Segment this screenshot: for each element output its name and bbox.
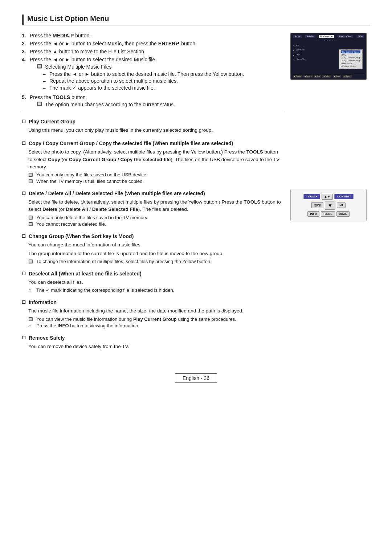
change-group-section: ☐ Change Group (When the Sort key is Moo… bbox=[22, 233, 283, 265]
checkbox-icon-5: ☐ bbox=[22, 271, 26, 276]
note-sym-2: 🔲 bbox=[28, 179, 34, 184]
remote-btn-down: ▼ bbox=[325, 201, 336, 210]
page-title: Music List Option Menu bbox=[22, 15, 370, 25]
remove-safely-section: ☐ Remove Safely You can remove the devic… bbox=[22, 335, 283, 350]
deselect-all-note-1: ⚠ The ✓ mark indicating the correspondin… bbox=[28, 287, 283, 293]
content-area: 1. Press the MEDIA.P button. 2. Press th… bbox=[22, 33, 370, 352]
sub-bullet-1: Press the ◄ or ► button to select the de… bbox=[43, 71, 244, 77]
step-4-content: Press the ◄ or ► button to select the de… bbox=[30, 57, 244, 92]
deselect-all-body: You can deselect all files. ⚠ The ✓ mark… bbox=[28, 279, 283, 293]
tv-screen-inner: Save Folder Preference Basic View Title … bbox=[291, 33, 366, 79]
copy-note-2-text: When the TV memory is full, files cannot… bbox=[36, 179, 144, 184]
copy-note-1: 🔲 You can only copy the files saved on t… bbox=[28, 172, 283, 177]
remote-btn-korean: 한/영 bbox=[311, 202, 323, 208]
remote-btn-dual: DUAL bbox=[336, 211, 350, 217]
tv-tab-title: Title bbox=[356, 35, 364, 38]
step-5-note-icon: 🔲 bbox=[37, 102, 43, 107]
delete-note-2: 🔲 You cannot recover a deleted file. bbox=[28, 221, 283, 227]
information-title: Information bbox=[29, 299, 57, 305]
sub-bullets-list: Press the ◄ or ► button to select the de… bbox=[43, 71, 244, 91]
copy-note-1-text: You can only copy the files saved on the… bbox=[36, 172, 148, 177]
checkbox-icon-4: ☐ bbox=[22, 234, 26, 239]
remove-safely-body: You can remove the device safely from th… bbox=[28, 343, 283, 350]
remove-safely-text: You can remove the device safely from th… bbox=[28, 343, 283, 350]
delete-section-heading: ☐ Delete / Delete All / Delete Selected … bbox=[22, 191, 283, 196]
checkbox-icon-7: ☐ bbox=[22, 335, 26, 340]
change-group-text-1: You can change the mood information of m… bbox=[28, 241, 283, 249]
note-sym-5: 🔲 bbox=[28, 259, 34, 264]
information-section: ☐ Information The music file information… bbox=[22, 299, 283, 328]
remote-btn-i-ii: I-II bbox=[337, 202, 345, 208]
information-note-2-text: Press the INFO button to viewing the inf… bbox=[36, 323, 139, 328]
information-note-1-text: You can view the music file information … bbox=[36, 316, 236, 322]
copy-note-2: 🔲 When the TV memory is full, files cann… bbox=[28, 179, 283, 184]
step-5-num: 5. bbox=[22, 94, 28, 108]
remote-panel: TTX/MIX ▲▼ CONTENT 한/영 ▼ I-II INFO P.SIZ… bbox=[290, 189, 367, 221]
tv-tab-basicview: Basic View bbox=[338, 35, 353, 38]
tv-context-info: Information bbox=[341, 62, 360, 65]
step-4: 4. Press the ◄ or ► button to select the… bbox=[22, 57, 283, 92]
tv-btn-fav: ■ Fav bbox=[314, 75, 321, 78]
delete-note-1-text: You can only delete the files saved in t… bbox=[36, 215, 148, 220]
change-group-note-1: 🔲 To change the information of multiple … bbox=[28, 259, 283, 264]
note-icon: 🔲 bbox=[37, 64, 43, 70]
footer: English - 36 bbox=[22, 373, 370, 383]
tv-dots: · · · · · · · · bbox=[293, 39, 364, 42]
remote-btn-info: INFO bbox=[307, 211, 319, 217]
copy-section-heading: ☐ Copy / Copy Current Group / Copy the s… bbox=[22, 140, 283, 146]
tv-music-row-1: ♪ List bbox=[293, 43, 364, 47]
information-text: The music file information including the… bbox=[28, 307, 283, 315]
tv-bottom-bar: ■ Delete ■ Device ■ Fav ■ Select ▶ Tools… bbox=[293, 74, 364, 78]
steps-list: 1. Press the MEDIA.P button. 2. Press th… bbox=[22, 33, 283, 108]
step-5-content: Press the TOOLS button. 🔲 The option men… bbox=[30, 94, 175, 108]
information-body: The music file information including the… bbox=[28, 307, 283, 328]
tv-context-copy-copy: Copy Current Group bbox=[341, 59, 360, 62]
delete-section: ☐ Delete / Delete All / Delete Selected … bbox=[22, 191, 283, 227]
change-group-title: Change Group (When the Sort key is Mood) bbox=[29, 233, 134, 239]
sub-bullet-2-text: Repeat the above operation to select mul… bbox=[49, 78, 178, 84]
note-sym-3: 🔲 bbox=[28, 216, 34, 220]
tv-note-4: ♪ bbox=[293, 57, 295, 61]
step-1: 1. Press the MEDIA.P button. bbox=[22, 33, 283, 38]
checkbox-icon-1: ☐ bbox=[22, 119, 26, 124]
play-current-group-title: Play Current Group bbox=[29, 119, 75, 124]
change-group-note-text: To change the information of multiple fi… bbox=[36, 259, 212, 264]
remote-row-bot: INFO P.SIZE DUAL bbox=[307, 211, 350, 217]
footer-text: English - 36 bbox=[183, 375, 209, 381]
note-sym-a-2: ⚠ bbox=[28, 324, 34, 328]
change-group-text-2: The group information of the current fil… bbox=[28, 250, 283, 257]
tv-btn-return: ↩ Return bbox=[343, 75, 352, 78]
delete-section-body: Select the file to delete. (Alternativel… bbox=[28, 199, 283, 227]
footer-box: English - 36 bbox=[175, 373, 217, 383]
delete-note-1: 🔲 You can only delete the files saved in… bbox=[28, 215, 283, 220]
tv-note-3: ♩ bbox=[293, 52, 295, 56]
delete-section-text: Select the file to delete. (Alternativel… bbox=[28, 199, 283, 213]
remote-btn-content: CONTENT bbox=[334, 194, 354, 199]
tv-btn-delete: ■ Delete bbox=[293, 75, 302, 78]
remote-btn-psize: P.SIZE bbox=[321, 211, 335, 217]
deselect-all-heading: ☐ Deselect All (When at least one file i… bbox=[22, 271, 283, 277]
deselect-all-title: Deselect All (When at least one file is … bbox=[29, 271, 142, 277]
tv-top-bar: Save Folder Preference Basic View Title bbox=[293, 35, 364, 38]
tv-context-play: Play Current Group bbox=[341, 50, 360, 53]
section-divider-1 bbox=[22, 112, 283, 112]
deselect-all-text: You can deselect all files. bbox=[28, 279, 283, 286]
information-heading: ☐ Information bbox=[22, 299, 283, 305]
note-sym-4: 🔲 bbox=[28, 222, 34, 227]
step-2: 2. Press the ◄ or ► button to select Mus… bbox=[22, 41, 283, 46]
step-4-num: 4. bbox=[22, 57, 28, 92]
selecting-label-row: 🔲 Selecting Multiple Music Files bbox=[37, 64, 244, 70]
remove-safely-title: Remove Safely bbox=[29, 335, 65, 341]
sub-bullet-2: Repeat the above operation to select mul… bbox=[43, 78, 244, 84]
delete-note-2-text: You cannot recover a deleted file. bbox=[36, 221, 106, 227]
step-2-text: Press the ◄ or ► button to select Music,… bbox=[30, 41, 197, 46]
sub-bullet-1-text: Press the ◄ or ► button to select the de… bbox=[49, 71, 244, 77]
deselect-all-section: ☐ Deselect All (When at least one file i… bbox=[22, 271, 283, 293]
change-group-body: You can change the mood information of m… bbox=[28, 241, 283, 265]
tv-note-1: ♪ bbox=[293, 43, 295, 47]
delete-section-title: Delete / Delete All / Delete Selected Fi… bbox=[29, 191, 205, 196]
remote-btn-ttxmix: TTX/MIX bbox=[303, 194, 320, 199]
step-4-text: Press the ◄ or ► button to select the de… bbox=[30, 57, 156, 62]
remote-btn-up-down: ▲▼ bbox=[322, 194, 333, 200]
remote-panel-container: TTX/MIX ▲▼ CONTENT 한/영 ▼ I-II INFO P.SIZ… bbox=[290, 189, 370, 221]
